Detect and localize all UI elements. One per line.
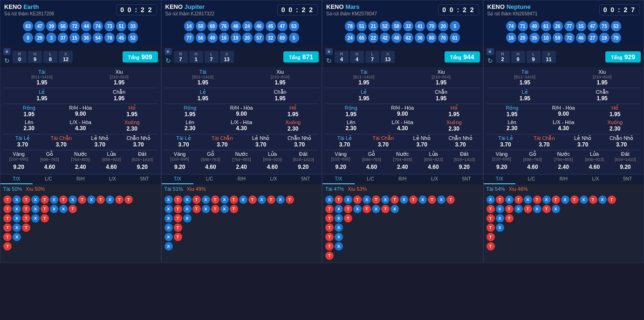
rh-hoa-col: R/H - Hòa 9.00 [55,105,107,118]
tab-T/X[interactable]: T/X [162,174,194,184]
tab-L/C[interactable]: L/C [193,174,226,184]
stat-l: L 8 [43,51,57,63]
stats-icon[interactable]: ≡ [3,48,11,55]
tab-L/X[interactable]: L/X [258,174,290,184]
ball-tai: T [325,205,334,213]
tab-T/X[interactable]: T/X [0,174,33,184]
nuoc-val-col: 2.40 [548,164,579,170]
ball-tai: T [22,223,30,232]
tab-T/X[interactable]: T/X [484,174,516,184]
ball-xiu: X [220,195,229,204]
number-ball: 33 [128,21,138,31]
panel-subtitle: Số rút thăm KE2817208 [4,11,54,16]
tab-5NT[interactable]: 5NT [611,174,644,184]
numbers-row-2: 24652242486236807661 [325,33,480,43]
tabs-row: T/XL/CR/HL/X5NT [0,174,161,184]
ball-xiu: X [437,195,445,204]
ball-xiu: X [400,195,408,204]
go-label-col: Gỗ [696~763] [517,151,548,162]
channho-col: Chẵn Nhỏ 3.70 [280,135,319,148]
lua-label-col: Lửa [856~923] [579,151,610,162]
ball-xiu: X [335,223,343,232]
ball-xiu: X [561,195,569,204]
xiu-stat: Xiu 46% [509,186,528,192]
tab-R/H[interactable]: R/H [64,174,96,184]
stats-icon[interactable]: ≡ [164,48,172,55]
panel-subtitle: Số rút thăm KM2578047 [326,11,377,16]
total-label: Tổng [289,55,300,60]
ball-history-row-2: TXTXT [3,214,158,223]
le-col: Lẻ 1.95 [164,89,242,102]
stats-row: ≡ ↻ R 2 H 9 L 9 X 11 Tổng929 [484,46,644,67]
elements-values-row: 9.20 4.60 2.40 4.60 9.20 [164,164,319,170]
tab-L/C[interactable]: L/C [355,174,387,184]
divider4 [325,150,480,150]
stats-icon[interactable]: ≡ [486,48,494,55]
number-ball: 45 [266,21,276,31]
lua-val-col: 4.60 [96,164,127,170]
tab-5NT[interactable]: 5NT [451,174,483,184]
tab-L/C[interactable]: L/C [515,174,548,184]
nuoc-val-col: 2.40 [226,164,257,170]
number-ball: 47 [588,21,598,31]
ball-xiu: X [13,195,21,204]
tab-R/H[interactable]: R/H [386,174,418,184]
refresh-button[interactable]: ↻ [486,56,494,65]
tab-T/X[interactable]: T/X [322,174,355,184]
tab-L/C[interactable]: L/C [33,174,65,184]
ho-col: Hổ 1.95 [106,105,158,118]
rong-col: Rồng 1.95 [3,105,55,118]
tab-5NT[interactable]: 5NT [289,174,322,184]
ball-tai: T [248,195,257,204]
numbers-row-2: 16293510597246271979 [486,33,641,43]
ho-col: Hổ 1.95 [428,105,480,118]
number-ball: 78 [345,21,355,31]
ball-xiu: X [353,205,362,213]
ball-tai: T [446,195,455,204]
tab-L/X[interactable]: L/X [96,174,129,184]
stats-icon[interactable]: ≡ [325,48,333,55]
ball-xiu: X [325,195,334,204]
number-ball: 32 [403,21,413,31]
tab-L/X[interactable]: L/X [418,174,451,184]
tab-R/H[interactable]: R/H [548,174,580,184]
number-ball: 80 [426,33,437,43]
ball-tai: T [78,195,86,204]
number-ball: 21 [368,21,378,31]
chan-col: Chẵn 1.95 [563,89,641,102]
number-ball: 53 [611,21,621,31]
number-ball: 46 [254,21,264,31]
ball-tai: T [608,195,616,204]
number-ball: 61 [541,21,551,31]
tab-5NT[interactable]: 5NT [129,174,161,184]
len-col: Lên 2.30 [164,119,216,132]
number-ball: 49 [207,33,218,43]
ball-history-row-2: TXT [325,214,480,223]
tab-R/H[interactable]: R/H [226,174,258,184]
number-ball: 51 [116,21,126,31]
ball-xiu: X [418,195,427,204]
ball-history-row-0: XTXTXTXTXTXTXT [325,195,480,204]
number-ball: 56 [58,21,68,31]
timer: 0 0 : 2 2 [116,4,157,15]
rong-ho-row: Rồng 1.95 R/H - Hòa 9.00 Hổ 1.95 [325,105,480,118]
stats-boxes: R 0 H 9 L 8 X 12 [13,51,121,63]
panel-neptune: KENO Neptune Số rút thăm KN2658471 0 0 :… [483,0,644,263]
number-ball: 72 [564,33,575,43]
lua-val-col: 4.60 [257,164,288,170]
dat-label-col: Đất [924~1410] [449,151,480,162]
ball-xiu: X [533,205,541,213]
refresh-button[interactable]: ↻ [325,56,333,65]
number-ball: 22 [368,33,378,43]
tab-L/X[interactable]: L/X [580,174,612,184]
ball-history-row-6: T [325,251,480,260]
refresh-button[interactable]: ↻ [164,56,172,65]
total-label: Tổng [450,55,461,60]
number-ball: 19 [599,33,610,43]
refresh-button[interactable]: ↻ [3,56,11,65]
ball-tai: T [192,205,201,213]
stat-h: H 9 [28,51,42,63]
ball-xiu: X [164,214,173,223]
small-bets-row: Tài Lẻ 3.70 Tài Chẵn 3.70 Lẻ Nhỏ 3.70 Ch… [486,135,641,148]
number-ball: 42 [380,33,390,43]
